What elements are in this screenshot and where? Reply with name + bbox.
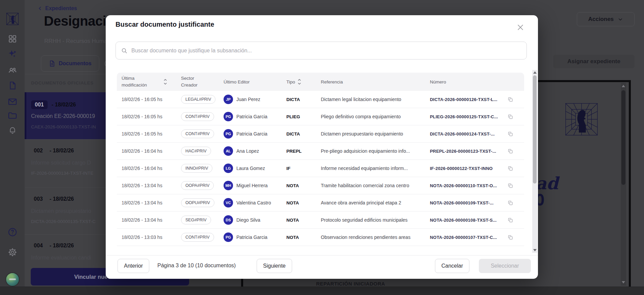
cell-referencia: Pliego definitivo compra equipamiento xyxy=(321,108,428,125)
copy-icon[interactable] xyxy=(508,160,518,177)
cell-numero: NOTA-2026-00000110-TXST-O... xyxy=(430,177,508,194)
anterior-button[interactable]: Anterior xyxy=(118,259,149,273)
editor-name: Valentina Castro xyxy=(236,200,271,205)
table-scroll-up-arrow[interactable] xyxy=(533,71,537,74)
screen: Expedientes Designacio RRHH - Recursos H… xyxy=(0,0,644,295)
column-header-modificacion[interactable]: Última modificación xyxy=(122,73,159,91)
cell-tipo: IF xyxy=(286,160,319,177)
app-logo-icon xyxy=(6,13,19,27)
column-header-referencia[interactable]: Referencia xyxy=(321,73,343,91)
editor-name: Patricia Garcia xyxy=(236,235,267,240)
copy-icon[interactable] xyxy=(508,143,518,159)
table-scroll-thumb[interactable] xyxy=(533,75,537,183)
cell-ultimo-editor: VCValentina Castro xyxy=(224,194,285,211)
preview-scroll-up-arrow[interactable] xyxy=(622,85,625,87)
cell-referencia: Pre-pliego adquisicion equipamiento info… xyxy=(321,143,428,159)
copy-icon[interactable] xyxy=(508,194,518,211)
table-scroll-down-arrow[interactable] xyxy=(533,249,537,251)
table-row[interactable]: 18/02/26 - 13:04 hsOOPU#PRIVVCValentina … xyxy=(117,194,524,212)
breadcrumb-label: Expedientes xyxy=(45,5,77,11)
bell-icon[interactable] xyxy=(8,126,17,136)
cell-ultimo-editor: ALAna Lopez xyxy=(224,143,285,159)
editor-name: Ana Lopez xyxy=(236,148,259,154)
doc-item-title: Creación EE-2026-000019 xyxy=(31,113,95,119)
document-icon[interactable] xyxy=(8,81,17,91)
copy-icon[interactable] xyxy=(508,125,518,142)
cancelar-button[interactable]: Cancelar xyxy=(435,259,469,273)
doc-item-code: DICTA-2026-00000135-TXST-C xyxy=(31,219,96,224)
app-sidebar xyxy=(0,0,25,295)
copy-icon[interactable] xyxy=(508,91,518,108)
editor-avatar: MH xyxy=(224,181,233,190)
sparkles-icon[interactable] xyxy=(8,49,17,60)
table-row[interactable]: 18/02/26 - 16:04 hsINNO#PRIVLGLaura Gome… xyxy=(117,160,524,177)
copy-icon[interactable] xyxy=(508,229,518,246)
table-scrollbar[interactable] xyxy=(532,70,537,253)
dashboard-grid-icon[interactable] xyxy=(8,34,17,45)
table-row[interactable]: 18/02/26 - 16:04 hsHAC#PRIVALAna LopezPR… xyxy=(117,143,524,160)
preview-scrollbar[interactable] xyxy=(621,83,626,286)
editor-avatar: AL xyxy=(224,146,233,156)
sort-icon-modificacion[interactable] xyxy=(163,73,167,91)
sector-badge: SEG#PRIV xyxy=(181,216,211,224)
acciones-button[interactable]: Acciones xyxy=(577,12,635,26)
cell-numero: PREPL-2026-00000123-TXST-... xyxy=(430,143,508,159)
search-input[interactable] xyxy=(131,48,526,54)
help-icon[interactable] xyxy=(8,227,17,238)
sector-badge: LEGAL#PRIV xyxy=(181,95,215,104)
cell-referencia: Dictamen legal licitacion equipamiento xyxy=(321,91,428,108)
table-body: 18/02/26 - 16:05 hsLEGAL#PRIVJPJuan Pere… xyxy=(117,91,524,246)
doc-item-number: 002 xyxy=(31,148,46,154)
cell-ultimo-editor: PGPatricia Garcia xyxy=(224,229,285,246)
preview-scroll-thumb[interactable] xyxy=(621,90,625,185)
acciones-label: Acciones xyxy=(588,16,614,23)
sector-badge: CONT#PRIV xyxy=(181,112,214,121)
cell-sector-creador: CONT#PRIV xyxy=(181,125,222,142)
folder-icon[interactable] xyxy=(8,111,17,122)
editor-name: Patricia Garcia xyxy=(236,114,267,119)
table-row[interactable]: 18/02/26 - 16:05 hsCONT#PRIVPGPatricia G… xyxy=(117,108,524,125)
doc-item-date: - 18/02/26 xyxy=(50,148,74,154)
cell-tipo: PREPL xyxy=(286,143,319,159)
preview-scroll-down-arrow[interactable] xyxy=(622,281,625,284)
pagination-info: Página 3 de 10 (10 documentos) xyxy=(157,263,236,269)
cell-numero: NOTA-2026-00000108-TXST-S... xyxy=(430,212,508,228)
copy-icon[interactable] xyxy=(508,212,518,228)
column-header-numero[interactable]: Número xyxy=(430,73,446,91)
seleccionar-button[interactable]: Seleccionar xyxy=(479,259,531,273)
table-row[interactable]: 18/02/26 - 13:04 hsOOPA#PRIVMHMiguel Her… xyxy=(117,177,524,194)
doc-item-title: Informe evaluacion candi xyxy=(31,255,91,261)
search-icon xyxy=(121,48,127,54)
editor-avatar: PG xyxy=(224,129,233,139)
table-row[interactable]: 18/02/26 - 16:05 hsLEGAL#PRIVJPJuan Pere… xyxy=(117,91,524,108)
table-header: Última modificación Sector Creador Últim… xyxy=(117,73,524,91)
tab-documentos-label: Documentos xyxy=(59,60,92,67)
table-row[interactable]: 18/02/26 - 13:04 hsSEG#PRIVDSDiego Silva… xyxy=(117,212,524,229)
doc-item-number: 001 xyxy=(31,100,48,109)
editor-name: Juan Perez xyxy=(236,97,260,102)
table-row[interactable]: 18/02/26 - 13:03 hsCONT#PRIVPGPatricia G… xyxy=(117,229,524,246)
user-avatar[interactable] xyxy=(5,272,20,287)
copy-icon[interactable] xyxy=(508,177,518,194)
close-icon[interactable] xyxy=(515,22,526,33)
copy-icon[interactable] xyxy=(508,108,518,125)
team-icon[interactable] xyxy=(8,66,17,76)
column-header-tipo[interactable]: Tipo xyxy=(286,73,301,91)
cell-ultimo-editor: PGPatricia Garcia xyxy=(224,108,285,125)
asignar-expediente-button[interactable]: Asignar expediente xyxy=(553,55,635,68)
doc-item-header: 001- 18/02/26 xyxy=(31,100,76,109)
column-header-sector[interactable]: Sector Creador xyxy=(181,73,211,91)
column-header-editor[interactable]: Último Editor xyxy=(224,73,250,91)
sort-icon-tipo[interactable] xyxy=(298,79,301,85)
tab-documentos[interactable]: Documentos xyxy=(41,55,99,72)
siguiente-button[interactable]: Siguiente xyxy=(257,259,292,273)
mail-icon[interactable] xyxy=(8,97,17,108)
table-row[interactable]: 18/02/26 - 16:05 hsCONT#PRIVPGPatricia G… xyxy=(117,125,524,143)
breadcrumb[interactable]: Expedientes xyxy=(38,5,77,11)
cell-tipo: NOTA xyxy=(286,212,319,228)
doc-item-number: 003 xyxy=(31,196,46,202)
doc-item-code: IF-2026-00000134-TXST-INTE xyxy=(31,171,94,176)
doc-item-number: 004 xyxy=(31,243,46,249)
settings-gear-icon[interactable] xyxy=(8,248,17,258)
cell-sector-creador: LEGAL#PRIV xyxy=(181,91,222,108)
